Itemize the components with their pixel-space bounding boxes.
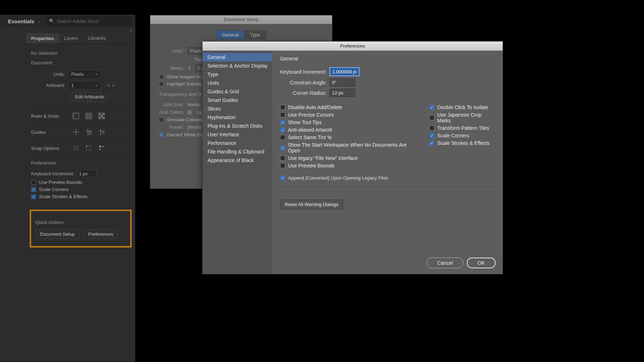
preferences-sidebar: General Selection & Anchor Display Type …: [203, 51, 272, 274]
pref-cat-guides[interactable]: Guides & Grid: [203, 87, 272, 96]
guides-show-icon[interactable]: [72, 128, 80, 136]
pref-cat-units[interactable]: Units: [203, 79, 272, 87]
pref-cat-selection[interactable]: Selection & Anchor Display: [203, 62, 272, 70]
pref-cat-ui[interactable]: User Interface: [203, 130, 272, 139]
pref-left-check-3[interactable]: ✓Anti-aliased Artwork: [280, 127, 416, 133]
no-selection-label: No Selection: [31, 50, 130, 56]
search-placeholder: Search Adobe Stock: [57, 19, 99, 24]
preferences-button[interactable]: Preferences: [83, 229, 118, 239]
quick-actions-label: Quick Actions: [35, 220, 126, 225]
ruler-grids-label: Ruler & Grids: [31, 113, 67, 119]
search-input[interactable]: 🔍 Search Adobe Stock: [46, 16, 132, 26]
expand-panel-icon[interactable]: »: [0, 28, 135, 33]
preferences-main: General Keyboard Increment: Constrain An…: [272, 51, 503, 274]
snap-grid-icon[interactable]: [98, 144, 106, 152]
use-preview-bounds-checkbox[interactable]: Use Preview Bounds: [31, 180, 130, 185]
pref-left-check-4[interactable]: Select Same Tint %: [280, 134, 416, 140]
document-section-label: Document: [31, 60, 130, 65]
svg-rect-11: [101, 115, 103, 117]
preferences-title: Preferences: [203, 41, 503, 51]
panel-tabs: Properties Layers Libraries: [26, 33, 135, 44]
pref-right-check-2[interactable]: Transform Pattern Tiles: [429, 125, 495, 131]
svg-rect-13: [103, 117, 105, 119]
pref-kb-increment-input[interactable]: [330, 67, 360, 76]
search-icon: 🔍: [49, 19, 54, 24]
svg-rect-9: [98, 113, 101, 115]
pref-left-check-1[interactable]: Use Precise Cursors: [280, 112, 416, 118]
reset-warnings-button[interactable]: Reset All Warning Dialogs: [280, 200, 343, 209]
guides-lock-icon[interactable]: [85, 128, 93, 136]
pref-cat-filehandling[interactable]: File Handling & Clipboard: [203, 147, 272, 156]
preferences-dialog: Preferences General Selection & Anchor D…: [202, 41, 503, 274]
preferences-section-label: Preferences: [31, 160, 130, 166]
artboard-select[interactable]: 1: [68, 81, 101, 90]
scale-corners-checkbox[interactable]: ✓Scale Corners: [31, 187, 130, 192]
guides-label: Guides: [31, 129, 67, 135]
edit-artboards-button[interactable]: Edit Artboards: [70, 92, 110, 102]
tab-libraries[interactable]: Libraries: [83, 33, 111, 44]
pref-right-check-4[interactable]: ✓Scale Strokes & Effects: [429, 140, 495, 146]
pref-append-legacy-check[interactable]: ✓Append [Converted] Upon Opening Legacy …: [280, 175, 495, 181]
kb-increment-label: Keyboard Increment:: [31, 171, 74, 176]
units-label: Units:: [31, 72, 65, 77]
workspace-bar: Essentials ⌄ 🔍 Search Adobe Stock: [0, 15, 135, 28]
properties-panel: Essentials ⌄ 🔍 Search Adobe Stock » Prop…: [0, 15, 135, 362]
chevron-down-icon[interactable]: ⌄: [37, 19, 40, 23]
svg-rect-23: [87, 146, 91, 150]
svg-point-22: [75, 148, 77, 149]
pref-right-check-1[interactable]: Use Japanese Crop Marks: [429, 112, 495, 123]
ok-button[interactable]: OK: [467, 258, 496, 268]
pref-cat-hyphenation[interactable]: Hyphenation: [203, 113, 272, 122]
pref-left-check-7[interactable]: Use Preview Bounds: [280, 163, 416, 168]
svg-rect-26: [99, 148, 101, 150]
pref-cat-smart-guides[interactable]: Smart Guides: [203, 96, 272, 104]
scale-strokes-checkbox[interactable]: ✓Scale Strokes & Effects: [31, 194, 130, 199]
pref-left-col: Disable Auto Add/DeleteUse Precise Curso…: [280, 103, 416, 170]
svg-rect-10: [103, 113, 105, 115]
pref-corner-input[interactable]: [330, 89, 355, 97]
tab-layers[interactable]: Layers: [59, 33, 83, 44]
svg-rect-3: [86, 113, 92, 119]
smart-guides-icon[interactable]: [98, 128, 106, 136]
document-setup-button[interactable]: Document Setup: [35, 229, 79, 239]
svg-rect-25: [99, 146, 101, 147]
svg-point-24: [86, 145, 87, 147]
pref-cat-performance[interactable]: Performance: [203, 139, 272, 147]
svg-rect-18: [89, 132, 91, 134]
snap-pixel-icon[interactable]: [72, 144, 80, 152]
pref-cat-general[interactable]: General: [203, 53, 272, 62]
transparency-grid-icon[interactable]: [98, 112, 106, 120]
pref-cat-black[interactable]: Appearance of Black: [203, 156, 272, 165]
pref-heading: General: [280, 56, 495, 62]
cancel-button[interactable]: Cancel: [427, 258, 463, 268]
pref-left-check-5[interactable]: ✓Show The Start Workspace When No Docume…: [280, 142, 416, 153]
panel-body: No Selection Document Units: Pixels Artb…: [26, 44, 135, 251]
ruler-icon[interactable]: [72, 112, 80, 120]
snap-point-icon[interactable]: [85, 144, 93, 152]
snap-options-label: Snap Options: [31, 146, 67, 151]
pref-cat-plugins[interactable]: Plug-ins & Scratch Disks: [203, 122, 272, 130]
kb-increment-input[interactable]: [77, 170, 97, 177]
pref-right-check-0[interactable]: ✓Double Click To Isolate: [429, 104, 495, 110]
pref-cat-type[interactable]: Type: [203, 70, 272, 79]
pref-right-check-3[interactable]: ✓Scale Corners: [429, 133, 495, 138]
svg-rect-0: [73, 113, 79, 119]
units-select[interactable]: Pixels: [68, 70, 101, 79]
grid-icon[interactable]: [85, 112, 93, 120]
artboard-label: Artboard:: [31, 83, 65, 88]
tab-properties[interactable]: Properties: [26, 33, 59, 44]
pref-constrain-input[interactable]: [330, 78, 355, 87]
workspace-name[interactable]: Essentials: [8, 18, 34, 24]
pref-cat-slices[interactable]: Slices: [203, 104, 272, 113]
pref-right-col: ✓Double Click To IsolateUse Japanese Cro…: [429, 103, 495, 170]
artboard-nav[interactable]: ◀▶: [105, 83, 117, 88]
pref-left-check-2[interactable]: ✓Show Tool Tips: [280, 119, 416, 125]
pref-left-check-6[interactable]: Use legacy "File New" interface: [280, 155, 416, 161]
pref-left-check-0[interactable]: Disable Auto Add/Delete: [280, 104, 416, 110]
svg-rect-12: [98, 117, 101, 119]
quick-actions-highlight: Quick Actions Document Setup Preferences: [30, 210, 132, 248]
svg-rect-27: [102, 146, 104, 147]
